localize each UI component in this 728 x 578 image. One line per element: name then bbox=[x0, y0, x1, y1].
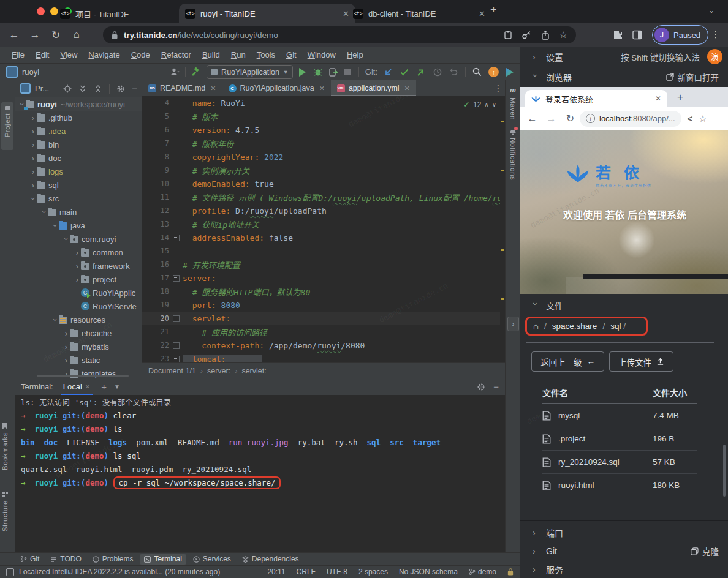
reload-icon[interactable]: ↻ bbox=[45, 29, 66, 42]
editor-tab[interactable]: CRuoYiApplication.java✕ bbox=[222, 80, 331, 96]
tree-item-static[interactable]: ›static bbox=[15, 353, 142, 367]
run-config-combo[interactable]: RuoYiApplication ▼ bbox=[207, 65, 293, 79]
section-browser[interactable]: › 浏览器 新窗口打开 bbox=[520, 67, 728, 87]
status-item[interactable]: No JSON schema bbox=[399, 568, 458, 576]
menu-file[interactable]: File bbox=[6, 50, 30, 59]
status-message[interactable]: Localized IntelliJ IDEA 2022.2.2 is avai… bbox=[19, 568, 220, 576]
menu-tools[interactable]: Tools bbox=[251, 50, 281, 59]
fold-icon[interactable] bbox=[173, 342, 180, 349]
files-scrollbar[interactable] bbox=[723, 445, 726, 497]
breadcrumb-document[interactable]: Document 1/1 bbox=[148, 367, 196, 375]
close-tab-icon[interactable]: ✕ bbox=[471, 9, 485, 18]
side-panel-icon[interactable] bbox=[632, 30, 642, 40]
git-push-icon[interactable] bbox=[417, 68, 425, 77]
fold-gutter[interactable] bbox=[169, 235, 183, 241]
mini-star-icon[interactable]: ☆ bbox=[699, 113, 707, 124]
new-tab-button[interactable]: + bbox=[490, 4, 497, 17]
tree-chevron-icon[interactable]: › bbox=[74, 261, 81, 271]
breadcrumb-server[interactable]: server: bbox=[207, 367, 230, 375]
clipboard-icon[interactable] bbox=[504, 31, 512, 39]
close-editor-tab-icon[interactable]: ✕ bbox=[319, 84, 325, 92]
files-breadcrumb[interactable]: ⌂ / space.share / sql / bbox=[525, 317, 648, 336]
rollback-icon[interactable] bbox=[449, 68, 458, 76]
home-icon[interactable]: ⌂ bbox=[533, 321, 539, 331]
close-editor-tab-icon[interactable]: ✕ bbox=[404, 84, 410, 92]
status-lock-icon[interactable] bbox=[507, 568, 514, 576]
tree-item-main[interactable]: ›main bbox=[15, 205, 142, 219]
crumb-sql[interactable]: sql / bbox=[610, 321, 626, 331]
menu-build[interactable]: Build bbox=[197, 50, 226, 59]
profile-chip[interactable]: J Paused bbox=[652, 25, 708, 45]
tree-item-com-ruoyi[interactable]: ›com.ruoyi bbox=[15, 232, 142, 246]
go-up-button[interactable]: 返回上一级 ← bbox=[531, 351, 604, 372]
expand-panel-chevron[interactable]: › bbox=[507, 317, 519, 331]
tree-chevron-icon[interactable]: › bbox=[74, 275, 81, 284]
tree-item-src[interactable]: ›src bbox=[15, 192, 142, 205]
toolwindow-problems[interactable]: Problems bbox=[88, 554, 138, 565]
mini-url-bar[interactable]: i localhost:8080/app/... bbox=[580, 111, 681, 127]
git-commit-icon[interactable] bbox=[400, 69, 409, 76]
menu-code[interactable]: Code bbox=[126, 50, 156, 59]
url-bar[interactable]: try.titanide.cn/ide/web/coding/ruoyi/dem… bbox=[103, 26, 576, 43]
toolwindow-terminal[interactable]: Terminal bbox=[140, 554, 186, 565]
fold-icon[interactable] bbox=[173, 235, 180, 241]
gear-icon[interactable] bbox=[116, 84, 125, 93]
fold-icon[interactable] bbox=[173, 275, 180, 282]
hide-panel-icon[interactable]: − bbox=[132, 86, 137, 92]
tree-item-common[interactable]: ›common bbox=[15, 246, 142, 259]
browser-tab[interactable]: <t>项目 - TitanIDE✕ bbox=[54, 4, 191, 23]
fold-gutter[interactable] bbox=[169, 342, 183, 349]
file-row[interactable]: .project196 B bbox=[542, 427, 697, 451]
menu-run[interactable]: Run bbox=[226, 50, 251, 59]
status-branch[interactable]: demo bbox=[469, 568, 496, 576]
editor-tab[interactable]: YMLapplication.yml✕ bbox=[331, 80, 416, 96]
tree-item-bin[interactable]: ›bin bbox=[15, 138, 142, 151]
tree-item-ruoyiservle[interactable]: CRuoYiServle bbox=[15, 299, 142, 313]
tree-root-ruoyi[interactable]: ›ruoyi~/workspace/ruoyi bbox=[15, 97, 142, 111]
git-update-icon[interactable] bbox=[384, 68, 392, 77]
bookmark-star-icon[interactable]: ☆ bbox=[559, 29, 567, 40]
status-item[interactable]: UTF-8 bbox=[327, 568, 347, 576]
stop-icon[interactable] bbox=[344, 69, 351, 75]
menu-view[interactable]: View bbox=[55, 50, 83, 59]
crumb-space-share[interactable]: space.share bbox=[552, 321, 597, 331]
locate-file-icon[interactable] bbox=[63, 84, 72, 93]
stripe-structure[interactable]: Structure bbox=[1, 492, 9, 531]
mini-share-icon[interactable]: < bbox=[688, 113, 693, 124]
stripe-project[interactable]: Project bbox=[1, 102, 13, 150]
tree-item-framework[interactable]: ›framework bbox=[15, 259, 142, 272]
debug-bug-icon[interactable] bbox=[314, 67, 322, 77]
section-git[interactable]: › Git 克隆 bbox=[520, 542, 728, 560]
open-new-window-button[interactable]: 新窗口打开 bbox=[666, 71, 719, 83]
coverage-icon[interactable] bbox=[329, 68, 338, 77]
tree-item--idea[interactable]: ›.idea bbox=[15, 124, 142, 138]
next-problem-icon[interactable]: ∨ bbox=[492, 101, 496, 108]
mini-forward-icon[interactable]: → bbox=[542, 113, 561, 124]
tree-chevron-icon[interactable]: › bbox=[74, 248, 81, 257]
tree-hscrollbar[interactable] bbox=[37, 375, 129, 377]
project-panel-title[interactable]: Pr... bbox=[35, 84, 49, 93]
editor-tab[interactable]: MDREADME.md✕ bbox=[142, 80, 222, 96]
mini-browser-tab[interactable]: 登录若依系统 ✕ bbox=[525, 90, 667, 107]
tree-item-doc[interactable]: ›doc bbox=[15, 151, 142, 165]
browser-menu-dots-icon[interactable]: ⋮ bbox=[711, 29, 720, 40]
upload-button[interactable]: 上传文件 bbox=[609, 351, 673, 372]
mini-back-icon[interactable]: ← bbox=[523, 113, 542, 124]
fold-gutter[interactable] bbox=[169, 275, 183, 282]
menu-window[interactable]: Window bbox=[302, 50, 341, 59]
tree-chevron-icon[interactable]: › bbox=[29, 154, 37, 163]
editor-tabs-menu-dots-icon[interactable]: ⋮ bbox=[494, 83, 502, 93]
tree-chevron-icon[interactable]: › bbox=[29, 181, 37, 190]
menu-refactor[interactable]: Refactor bbox=[156, 50, 197, 59]
hide-terminal-icon[interactable]: − bbox=[493, 384, 499, 390]
mini-new-tab-icon[interactable]: + bbox=[677, 91, 683, 103]
tree-chevron-icon[interactable]: › bbox=[63, 329, 70, 338]
close-window-button[interactable] bbox=[37, 7, 45, 15]
stripe-maven[interactable]: m Maven bbox=[506, 85, 520, 120]
tree-item--github[interactable]: ›.github bbox=[15, 111, 142, 124]
share-icon[interactable] bbox=[542, 31, 549, 40]
tree-chevron-icon[interactable]: › bbox=[63, 356, 70, 365]
menu-edit[interactable]: Edit bbox=[30, 50, 55, 59]
user-icon[interactable] bbox=[170, 68, 180, 76]
update-available-icon[interactable]: ↑ bbox=[488, 67, 499, 77]
